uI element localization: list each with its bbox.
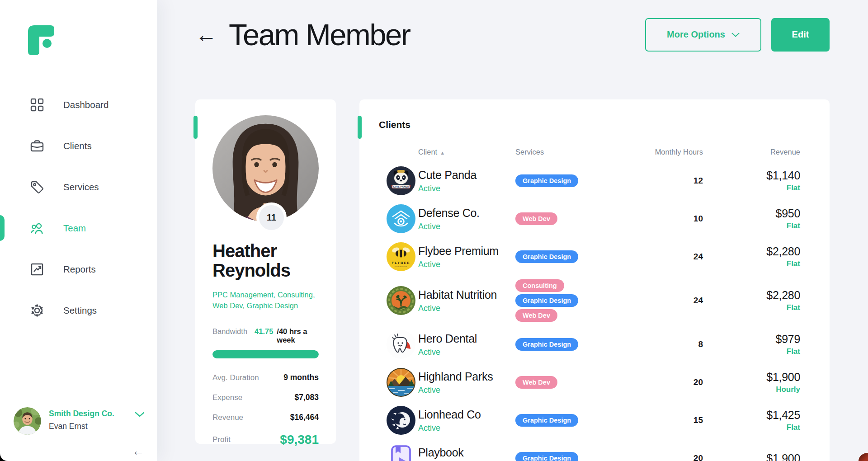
revenue-rate-label: Flat — [703, 221, 800, 230]
client-logo-book-icon — [387, 444, 415, 461]
table-row[interactable]: Highland Parks Active Web Dev 20 $1,900 … — [387, 363, 800, 401]
column-header-monthly-hours[interactable]: Monthly Hours — [635, 148, 703, 156]
client-name: Lionhead Co — [418, 408, 515, 421]
column-header-services[interactable]: Services — [515, 148, 635, 156]
sidebar-item-dashboard[interactable]: Dashboard — [0, 84, 157, 125]
workspace-switcher[interactable]: Smith Design Co. Evan Ernst — [14, 407, 145, 435]
revenue-value: $1,900 — [703, 371, 800, 384]
sidebar-item-settings[interactable]: Settings — [0, 290, 157, 331]
member-name: Heather Reynolds — [212, 241, 319, 280]
svg-text:CUTE PANDA: CUTE PANDA — [393, 185, 409, 188]
column-header-revenue[interactable]: Revenue — [703, 148, 800, 156]
bandwidth-label: Bandwidth — [212, 327, 247, 336]
revenue-rate-label: Flat — [703, 303, 800, 312]
service-badge: Graphic Design — [515, 338, 578, 351]
user-avatar — [14, 407, 41, 435]
service-badges: Graphic Design — [515, 334, 635, 354]
client-name: Cute Panda — [418, 169, 515, 182]
dashboard-icon — [30, 98, 44, 112]
client-status: Active — [418, 423, 515, 433]
clients-table: Client▲ Services Monthly Hours Revenue C… — [359, 142, 830, 461]
header-actions: More Options Edit — [645, 18, 830, 52]
client-count-badge: 11 — [256, 202, 287, 233]
client-status: Active — [418, 260, 515, 269]
client-status: Active — [418, 348, 515, 357]
bandwidth-value: 41.75 — [255, 327, 273, 336]
sidebar-item-label: Clients — [63, 141, 92, 151]
client-status: Active — [418, 386, 515, 395]
sidebar-item-services[interactable]: Services — [0, 166, 157, 207]
client-status: Active — [418, 222, 515, 231]
card-accent-bar — [193, 116, 198, 139]
sidebar-collapse-button[interactable]: ← — [132, 445, 144, 457]
clients-table-body: CUTE PANDA Cute Panda Active Graphic Des… — [387, 162, 800, 461]
client-status: Active — [418, 184, 515, 193]
revenue-value: $2,280 — [703, 245, 800, 258]
sidebar-nav: Dashboard Clients Services — [0, 84, 157, 331]
table-row[interactable]: Hero Dental Active Graphic Design 8 $979… — [387, 325, 800, 363]
sort-asc-icon: ▲ — [440, 150, 445, 155]
table-row[interactable]: Playbook Active Graphic Design 20 $1,900 — [387, 439, 800, 461]
bandwidth-progress-bar — [212, 350, 319, 358]
workspace-user: Evan Ernst — [49, 422, 114, 431]
bandwidth-progress-fill — [212, 350, 319, 358]
monthly-hours-value: 20 — [635, 453, 703, 461]
tag-icon — [30, 180, 44, 194]
service-badges: Graphic Design — [515, 448, 635, 461]
client-name: Defense Co. — [418, 207, 515, 220]
revenue-value: $1,140 — [703, 169, 800, 182]
table-row[interactable]: CUTE PANDA Cute Panda Active Graphic Des… — [387, 162, 800, 200]
revenue-rate-label: Flat — [703, 183, 800, 193]
sidebar-item-team[interactable]: Team — [0, 207, 157, 249]
clients-card: Clients Client▲ Services Monthly Hours R… — [359, 99, 830, 461]
table-row[interactable]: FLYBEE PREMIUM Flybee Premium Active Gra… — [387, 238, 800, 276]
client-name: Playbook — [418, 446, 515, 459]
monthly-hours-value: 20 — [635, 377, 703, 387]
clients-table-header: Client▲ Services Monthly Hours Revenue — [387, 142, 800, 162]
monthly-hours-value: 10 — [635, 214, 703, 224]
card-accent-bar — [358, 116, 362, 139]
revenue-rate-label: Flat — [703, 347, 800, 356]
gear-icon — [30, 303, 44, 318]
stat-expense: Expense $7,083 — [212, 393, 319, 402]
revenue-value: $1,900 — [703, 452, 800, 461]
reports-icon — [30, 262, 44, 277]
client-status: Active — [418, 304, 515, 313]
chevron-down-icon[interactable] — [135, 411, 145, 419]
client-logo-park-icon — [387, 368, 415, 397]
client-logo-bee-icon: FLYBEE PREMIUM — [387, 242, 415, 271]
client-name: Flybee Premium — [418, 245, 515, 258]
revenue-rate-label: Flat — [703, 259, 800, 268]
monthly-hours-value: 24 — [635, 252, 703, 262]
table-row[interactable]: Defense Co. Active Web Dev 10 $950 Flat — [387, 200, 800, 238]
briefcase-icon — [30, 139, 44, 153]
client-name: Hero Dental — [418, 332, 515, 345]
table-row[interactable]: Lionhead Co Active Graphic Design 15 $1,… — [387, 401, 800, 439]
sidebar-item-reports[interactable]: Reports — [0, 249, 157, 290]
table-row[interactable]: Habitat Nutrition Active ConsultingGraph… — [387, 276, 800, 325]
bandwidth-capacity: /40 hrs a week — [277, 327, 319, 344]
sidebar-item-clients[interactable]: Clients — [0, 125, 157, 166]
more-options-button[interactable]: More Options — [645, 18, 761, 52]
back-button[interactable]: ← — [195, 24, 217, 46]
stat-avg-duration: Avg. Duration 9 months — [212, 373, 319, 382]
monthly-hours-value: 8 — [635, 339, 703, 349]
monthly-hours-value: 15 — [635, 415, 703, 425]
service-badges: ConsultingGraphic DesignWeb Dev — [515, 276, 635, 325]
service-badges: Graphic Design — [515, 171, 635, 191]
screen-corner-bottom-left — [0, 453, 8, 461]
revenue-value: $950 — [703, 207, 800, 220]
service-badge: Graphic Design — [515, 414, 578, 427]
service-badges: Web Dev — [515, 209, 635, 229]
sidebar-item-label: Dashboard — [63, 99, 108, 110]
service-badge: Graphic Design — [515, 294, 578, 307]
edit-button[interactable]: Edit — [771, 18, 830, 52]
revenue-value: $1,425 — [703, 409, 800, 422]
sidebar-item-label: Settings — [63, 305, 97, 316]
bandwidth-row: Bandwidth 41.75 /40 hrs a week — [212, 327, 319, 344]
stat-profit: Profit $9,381 — [212, 433, 319, 447]
column-header-client[interactable]: Client▲ — [418, 148, 515, 156]
active-indicator — [0, 215, 5, 241]
stat-revenue: Revenue $16,464 — [212, 413, 319, 422]
app-logo-icon[interactable] — [28, 25, 55, 57]
